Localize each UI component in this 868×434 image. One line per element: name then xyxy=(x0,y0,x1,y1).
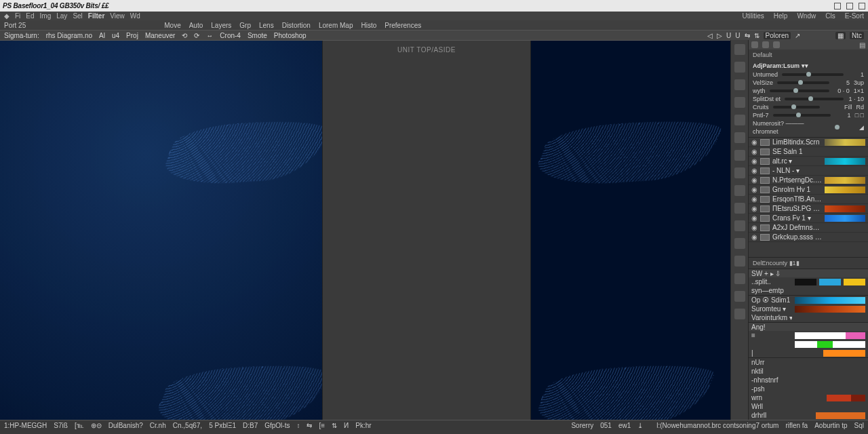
menu-item[interactable]: Filter xyxy=(88,12,104,20)
layer-row[interactable]: ◉ Grkckup.ssss _tournament xyxy=(749,233,868,242)
canvas[interactable]: UNIT TOP/ASIDE xyxy=(0,40,730,420)
menu-item[interactable]: Ed xyxy=(26,12,34,20)
property-slider[interactable] xyxy=(785,98,844,100)
visibility-icon[interactable]: ◉ xyxy=(751,176,757,184)
workspace-list-icon[interactable] xyxy=(762,41,769,48)
property-slider[interactable] xyxy=(782,73,844,76)
collapsed-tool-icon[interactable] xyxy=(734,203,745,214)
collapsed-tool-icon[interactable] xyxy=(734,167,745,178)
visibility-icon[interactable]: ◉ xyxy=(751,224,757,231)
menu-item[interactable]: Fi xyxy=(15,12,20,20)
layer-row[interactable]: ◉ Crans Fv 1 ▾ xyxy=(749,214,868,223)
options-glyph-icon[interactable]: ↗ xyxy=(795,32,800,39)
menu-item[interactable]: E-Sort xyxy=(845,12,864,20)
menu-item[interactable]: Lay xyxy=(56,12,67,20)
menu-item[interactable]: Wd xyxy=(130,12,140,20)
collapsed-tool-icon[interactable] xyxy=(734,185,745,196)
option-glyph-icon[interactable]: U xyxy=(726,32,731,39)
visibility-icon[interactable]: ◉ xyxy=(751,157,757,165)
collapsed-tool-icon[interactable] xyxy=(734,62,745,73)
option-glyph-icon[interactable]: ⇆ xyxy=(745,32,750,39)
menu-item[interactable]: Utilities xyxy=(743,12,764,20)
visibility-icon[interactable]: ◉ xyxy=(751,233,757,241)
layer-row[interactable]: ◉ A2xJ Defmnsningd xyxy=(749,223,868,233)
swatch-row[interactable]: -nhnstnrf xyxy=(749,376,868,384)
option-glyph-icon[interactable]: ◁ xyxy=(707,32,713,39)
menu-item[interactable]: Sel xyxy=(73,12,82,20)
option-label[interactable]: Smote xyxy=(248,32,267,39)
menu-item[interactable]: Wndw xyxy=(797,12,816,20)
property-slider[interactable] xyxy=(770,90,829,92)
layer-row[interactable]: ◉ Gnrolm Hv 1 xyxy=(749,185,868,195)
collapsed-tool-icon[interactable] xyxy=(734,115,745,125)
option-chip[interactable]: ▦ xyxy=(835,32,846,39)
collapsed-tool-icon[interactable] xyxy=(734,150,745,161)
menu-item[interactable]: Img xyxy=(40,12,52,20)
collapsed-tool-icon[interactable] xyxy=(734,309,745,319)
swatch-row[interactable]: nUrr xyxy=(749,358,868,367)
swatch-block-caption[interactable]: SW + ▸ ⇩ xyxy=(749,269,868,277)
swatch-row[interactable]: ≡ xyxy=(749,331,868,340)
menu-item[interactable]: Layers xyxy=(211,22,231,29)
menu-item[interactable]: Preferences xyxy=(384,22,421,29)
visibility-icon[interactable]: ◉ xyxy=(751,138,757,146)
floating-panel[interactable]: UNIT TOP/ASIDE xyxy=(322,41,531,420)
visibility-icon[interactable]: ◉ xyxy=(751,214,757,222)
swatch-row[interactable]: syn—emtp xyxy=(749,286,868,295)
option-label[interactable]: Photoshop xyxy=(274,32,307,39)
collapsed-tool-icon[interactable] xyxy=(734,79,745,90)
swatch-row[interactable]: Op ⦿ Sdim1 xyxy=(749,296,868,304)
collapsed-tool-icon[interactable] xyxy=(734,97,745,108)
swatch-row[interactable]: nktil xyxy=(749,367,868,376)
swatch-row[interactable]: drhrll xyxy=(749,411,868,420)
layer-row[interactable]: ◉ alt.rc ▾ xyxy=(749,157,868,166)
maximize-icon[interactable] xyxy=(846,3,853,9)
property-icon[interactable]: ◢ xyxy=(859,123,864,132)
menu-item[interactable]: Move xyxy=(164,22,180,29)
visibility-icon[interactable]: ◉ xyxy=(751,205,757,212)
option-glyph-icon[interactable]: ⟲ xyxy=(182,32,187,39)
visibility-icon[interactable]: ◉ xyxy=(751,195,757,203)
collapsed-tool-icon[interactable] xyxy=(734,220,745,231)
minimize-icon[interactable] xyxy=(834,3,841,9)
layer-row[interactable]: ◉ - NLN - ▾ xyxy=(749,166,868,176)
swatch-row[interactable]: Varointurkm ▾ xyxy=(749,313,868,322)
property-button[interactable]: Rd xyxy=(856,103,864,111)
swatch-row[interactable]: Wrll xyxy=(749,402,868,411)
panel-menu-icon[interactable]: ▤ xyxy=(859,41,865,49)
swatch-block-caption[interactable]: Ang! xyxy=(749,323,868,331)
option-chip[interactable]: Ntc xyxy=(850,32,864,39)
option-label[interactable]: Cron-4 xyxy=(220,32,241,39)
workspace-more-icon[interactable] xyxy=(773,41,780,48)
collapsed-tool-icon[interactable] xyxy=(734,44,745,55)
property-slider[interactable] xyxy=(777,81,829,84)
property-slider[interactable] xyxy=(773,106,820,108)
option-glyph-icon[interactable]: ▷ xyxy=(717,32,722,39)
swatch-row[interactable] xyxy=(749,340,868,349)
swatch-row[interactable]: -psh xyxy=(749,384,868,393)
collapsed-tool-icon[interactable] xyxy=(734,238,745,249)
collapsed-tool-icon[interactable] xyxy=(734,256,745,267)
property-slider[interactable] xyxy=(773,114,831,117)
swatch-row[interactable]: ..split.. xyxy=(749,277,868,286)
collapsed-tool-icon[interactable] xyxy=(734,132,745,143)
swatch-row[interactable]: wrn xyxy=(749,393,868,402)
layer-row[interactable]: ◉ LimBltindx.Scrn xyxy=(749,138,868,147)
layer-row[interactable]: ◉ ErsqonTfB.Anflbnt xyxy=(749,195,868,204)
visibility-icon[interactable]: ◉ xyxy=(751,186,757,193)
menu-item[interactable]: Grp xyxy=(239,22,251,29)
swatch-row[interactable]: | xyxy=(749,349,868,357)
menu-item[interactable]: Distortion xyxy=(282,22,311,29)
options-preset[interactable]: Poloren xyxy=(764,32,791,39)
visibility-icon[interactable]: ◉ xyxy=(751,148,757,155)
option-glyph-icon[interactable]: ↔ xyxy=(206,32,213,39)
collapsed-tool-icon[interactable] xyxy=(734,291,745,302)
option-glyph-icon[interactable]: U xyxy=(735,32,740,39)
menu-item[interactable]: Lorem Map xyxy=(319,22,353,29)
menu-item[interactable]: Cls xyxy=(825,12,835,20)
menu-item[interactable]: Help xyxy=(774,12,788,20)
close-icon[interactable] xyxy=(859,3,865,9)
swatch-row[interactable]: Suromteu ▾ xyxy=(749,304,868,313)
workspace-grid-icon[interactable] xyxy=(751,41,758,48)
menu-item[interactable]: Auto xyxy=(189,22,203,29)
